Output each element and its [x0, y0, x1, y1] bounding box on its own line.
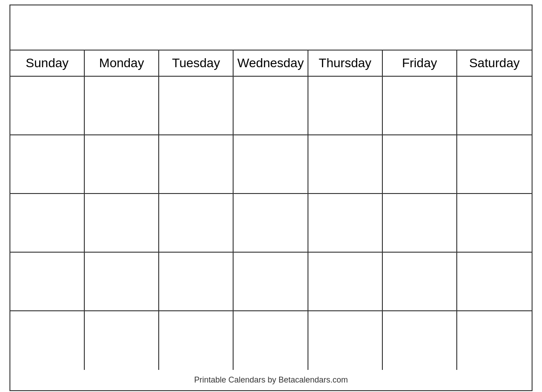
calendar: Sunday Monday Tuesday Wednesday Thursday… — [9, 5, 533, 391]
week-row-5 — [10, 311, 532, 370]
cell-4-3[interactable] — [159, 253, 234, 310]
calendar-header: Sunday Monday Tuesday Wednesday Thursday… — [10, 51, 532, 77]
cell-1-7[interactable] — [457, 77, 532, 134]
cell-2-7[interactable] — [457, 135, 532, 193]
cell-1-1[interactable] — [10, 77, 85, 134]
cell-3-4[interactable] — [234, 194, 308, 252]
cell-1-4[interactable] — [234, 77, 308, 134]
calendar-footer: Printable Calendars by Betacalendars.com — [10, 370, 532, 390]
cell-3-7[interactable] — [457, 194, 532, 252]
day-header-monday: Monday — [85, 51, 159, 76]
day-header-tuesday: Tuesday — [159, 51, 234, 76]
cell-2-1[interactable] — [10, 135, 85, 193]
cell-4-7[interactable] — [457, 253, 532, 310]
day-header-saturday: Saturday — [457, 51, 532, 76]
cell-5-2[interactable] — [85, 311, 159, 370]
calendar-body — [10, 77, 532, 370]
cell-2-6[interactable] — [383, 135, 457, 193]
cell-1-6[interactable] — [383, 77, 457, 134]
cell-3-6[interactable] — [383, 194, 457, 252]
day-header-sunday: Sunday — [10, 51, 85, 76]
cell-2-5[interactable] — [308, 135, 383, 193]
cell-1-5[interactable] — [308, 77, 383, 134]
cell-3-3[interactable] — [159, 194, 234, 252]
cell-1-2[interactable] — [85, 77, 159, 134]
cell-4-6[interactable] — [383, 253, 457, 310]
cell-2-4[interactable] — [234, 135, 308, 193]
cell-2-3[interactable] — [159, 135, 234, 193]
calendar-title — [10, 5, 532, 51]
cell-5-7[interactable] — [457, 311, 532, 370]
cell-3-1[interactable] — [10, 194, 85, 252]
cell-5-5[interactable] — [308, 311, 383, 370]
cell-1-3[interactable] — [159, 77, 234, 134]
cell-4-5[interactable] — [308, 253, 383, 310]
cell-3-5[interactable] — [308, 194, 383, 252]
week-row-1 — [10, 77, 532, 135]
week-row-2 — [10, 135, 532, 194]
day-header-wednesday: Wednesday — [234, 51, 308, 76]
cell-4-1[interactable] — [10, 253, 85, 310]
day-header-friday: Friday — [383, 51, 457, 76]
cell-3-2[interactable] — [85, 194, 159, 252]
cell-4-4[interactable] — [234, 253, 308, 310]
cell-5-6[interactable] — [383, 311, 457, 370]
cell-5-3[interactable] — [159, 311, 234, 370]
day-header-thursday: Thursday — [308, 51, 383, 76]
cell-5-4[interactable] — [234, 311, 308, 370]
week-row-4 — [10, 253, 532, 311]
cell-2-2[interactable] — [85, 135, 159, 193]
cell-5-1[interactable] — [10, 311, 85, 370]
week-row-3 — [10, 194, 532, 253]
cell-4-2[interactable] — [85, 253, 159, 310]
